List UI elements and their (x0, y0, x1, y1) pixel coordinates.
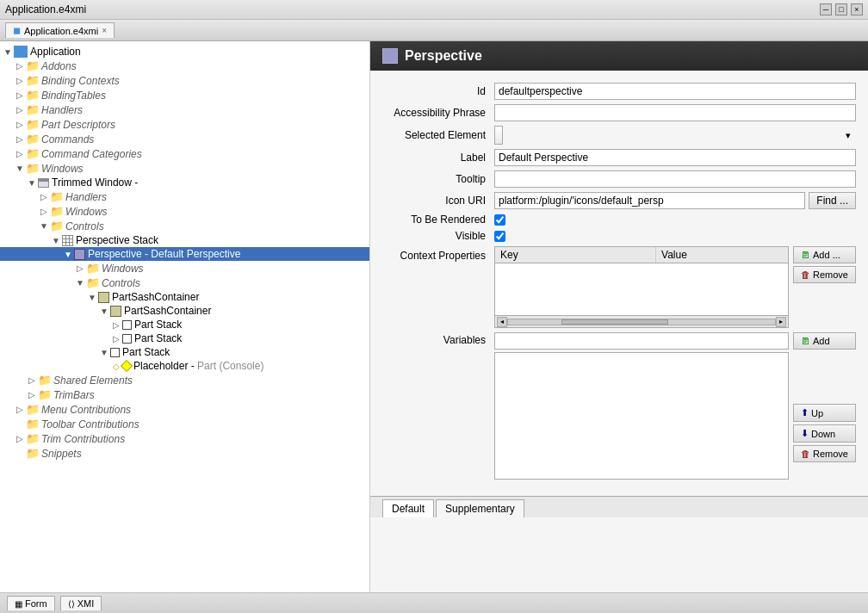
tree-item-placeholder[interactable]: ◇ Placeholder - Part (Console) (0, 359, 369, 373)
to-be-rendered-checkbox[interactable] (494, 214, 505, 226)
form-status-tab[interactable]: ▦ Form (7, 596, 55, 610)
toggle-icon: ▷ (14, 90, 26, 100)
folder-icon: 📁 (26, 89, 40, 102)
tab-label: Application.e4xmi (24, 26, 98, 36)
remove-context-button[interactable]: 🗑 Remove (793, 266, 856, 283)
table-body (495, 263, 788, 315)
tree-item-label: Handlers (65, 191, 107, 203)
tree-item-partstack1[interactable]: ▷ Part Stack (0, 318, 369, 331)
folder-icon: 📁 (50, 190, 64, 203)
variables-buttons: 🖹 Add ⬆ Up ⬇ Down 🗑 Remove (793, 332, 856, 462)
tree-item-label: Controls (65, 220, 104, 232)
tree-item-label: Windows (65, 206, 108, 218)
tree-item-trim-contributions[interactable]: ▷ 📁 Trim Contributions (0, 431, 369, 446)
add-variable-button[interactable]: 🖹 Add (793, 332, 856, 350)
maximize-button[interactable]: □ (835, 3, 847, 15)
window-controls: ─ □ × (820, 3, 863, 15)
tree-item-partstack3[interactable]: ▼ Part Stack (0, 345, 369, 359)
tree-item-windows[interactable]: ▼ 📁 Windows (0, 161, 369, 176)
variables-area (494, 332, 789, 480)
folder-icon: 📁 (26, 74, 40, 87)
tree-item-controls[interactable]: ▼ 📁 Controls (0, 219, 369, 233)
xmi-status-tab[interactable]: ⟨⟩ XMI (60, 596, 102, 610)
diamond-icon (121, 360, 133, 372)
scroll-right-arrow[interactable]: ▸ (776, 317, 786, 327)
remove-variable-button[interactable]: 🗑 Remove (793, 445, 856, 462)
tree-item-commands[interactable]: ▷ 📁 Commands (0, 132, 369, 146)
editor-tab[interactable]: ◼ Application.e4xmi × (5, 22, 115, 38)
tree-item-label: Perspective Stack (76, 234, 158, 246)
partsash-icon (110, 306, 121, 317)
folder-icon: 📁 (86, 262, 100, 275)
selected-element-select[interactable] (494, 126, 503, 145)
remove-icon: 🗑 (801, 269, 810, 280)
add-icon: 🖹 (801, 336, 810, 346)
tab-bar: ◼ Application.e4xmi × (0, 20, 868, 41)
tree-item-partsash1[interactable]: ▼ PartSashContainer (0, 290, 369, 304)
tree-item-trimbars[interactable]: ▷ 📁 TrimBars (0, 387, 369, 402)
scroll-thumb[interactable] (561, 319, 668, 325)
variables-input[interactable] (494, 332, 789, 350)
tree-item-label: Binding Contexts (41, 75, 120, 87)
tooltip-input[interactable] (494, 170, 856, 188)
tree-item-label: Part Stack (122, 346, 170, 358)
tree-item-handlers[interactable]: ▷ 📁 Handlers (0, 102, 369, 117)
tree-item-windows3[interactable]: ▷ 📁 Windows (0, 261, 369, 276)
folder-icon: 📁 (26, 118, 40, 131)
partsash-icon (98, 292, 109, 303)
id-row: Id (382, 83, 856, 100)
tree-item-binding-contexts[interactable]: ▷ 📁 Binding Contexts (0, 73, 369, 88)
folder-icon: 📁 (26, 133, 40, 146)
tab-default[interactable]: Default (382, 499, 434, 517)
tree-item-application[interactable]: ▼ Application (0, 45, 369, 59)
form-tab-icon: ▦ (15, 599, 22, 609)
tree-item-perspective-stack[interactable]: ▼ Perspective Stack (0, 233, 369, 247)
tree-item-part-descriptors[interactable]: ▷ 📁 Part Descriptors (0, 117, 369, 132)
scroll-track (507, 319, 776, 325)
label-input[interactable] (494, 149, 856, 166)
accessibility-phrase-input[interactable] (494, 104, 856, 121)
tree-item-perspective-default[interactable]: ▼ Perspective - Default Perspective (0, 247, 369, 261)
tree-item-shared-elements[interactable]: ▷ 📁 Shared Elements (0, 373, 369, 387)
tree-item-label: Trim Contributions (41, 433, 125, 445)
toggle-icon: ▷ (14, 76, 26, 85)
minimize-button[interactable]: ─ (820, 3, 832, 15)
toggle-icon: ▼ (98, 306, 110, 316)
tree-item-partstack2[interactable]: ▷ Part Stack (0, 331, 369, 345)
tree-item-label: Commands (41, 133, 94, 146)
tree-item-trimmed-window[interactable]: ▼ Trimmed Window - (0, 176, 369, 189)
main-container: ▼ Application ▷ 📁 Addons ▷ 📁 Binding Con… (0, 41, 868, 613)
scroll-left-arrow[interactable]: ◂ (497, 317, 507, 327)
tree-item-toolbar-contributions[interactable]: ▷ 📁 Toolbar Contributions (0, 417, 369, 431)
close-button[interactable]: × (851, 3, 863, 15)
find-button[interactable]: Find ... (809, 192, 856, 209)
tree-item-command-categories[interactable]: ▷ 📁 Command Categories (0, 146, 369, 161)
tree-item-addons[interactable]: ▷ 📁 Addons (0, 59, 369, 73)
tab-supplementary[interactable]: Supplementary (436, 499, 524, 517)
add-context-button[interactable]: 🖹 Add ... (793, 246, 856, 263)
tree-item-binding-tables[interactable]: ▷ 📁 BindingTables (0, 88, 369, 102)
tree-item-snippets[interactable]: ▷ 📁 Snippets (0, 446, 369, 461)
tree-item-controls2[interactable]: ▼ 📁 Controls (0, 276, 369, 290)
tree-item-partsash2[interactable]: ▼ PartSashContainer (0, 304, 369, 318)
window-node-icon (38, 178, 49, 188)
remove-icon: 🗑 (801, 449, 810, 459)
tab-close-icon[interactable]: × (102, 26, 107, 35)
down-button[interactable]: ⬇ Down (793, 424, 856, 443)
visible-checkbox[interactable] (494, 231, 505, 242)
icon-uri-row: Icon URI Find ... (382, 192, 856, 209)
tree-item-label: PartSashContainer (112, 291, 199, 303)
icon-uri-input[interactable] (494, 192, 805, 209)
tree-item-label: Part Descriptors (41, 119, 115, 131)
tree-item-windows2[interactable]: ▷ 📁 Windows (0, 204, 369, 219)
toggle-icon: ▷ (14, 120, 26, 129)
window-title: Application.e4xmi (5, 3, 86, 15)
right-panel: Perspective Id Accessibility Phrase Sele… (370, 41, 868, 613)
tree-item-menu-contributions[interactable]: ▷ 📁 Menu Contributions (0, 402, 369, 417)
toggle-icon: ▼ (14, 164, 26, 173)
id-input[interactable] (494, 83, 856, 100)
up-button[interactable]: ⬆ Up (793, 404, 856, 422)
perspective-title: Perspective (405, 48, 482, 64)
folder-icon: 📁 (38, 388, 52, 401)
tree-item-handlers2[interactable]: ▷ 📁 Handlers (0, 189, 369, 204)
